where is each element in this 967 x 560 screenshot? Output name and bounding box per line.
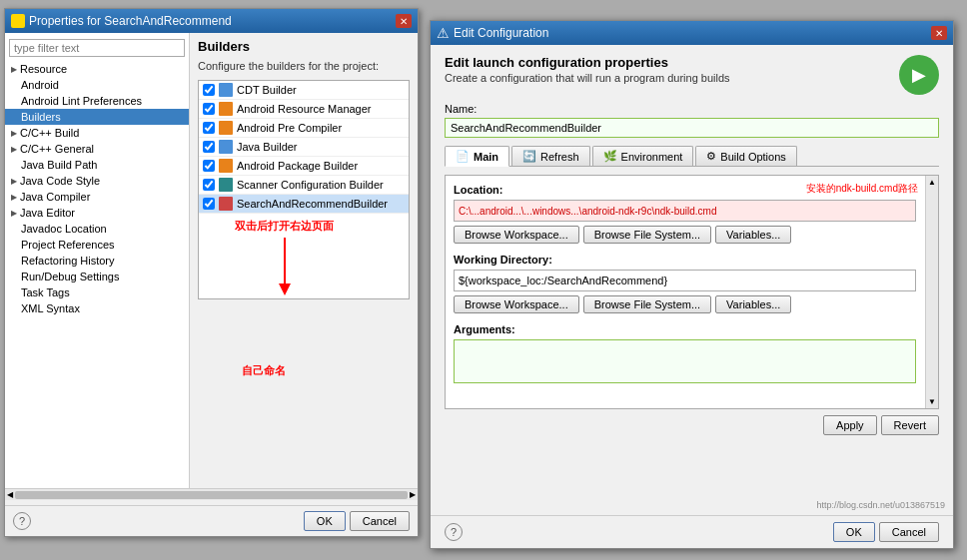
browse-workspace-1-button[interactable]: Browse Workspace... <box>454 226 579 244</box>
warning-icon: ⚠ <box>437 25 450 41</box>
sidebar-item-builders[interactable]: Builders <box>5 109 189 125</box>
ok-button[interactable]: OK <box>304 511 346 531</box>
builder-checkbox[interactable] <box>203 103 215 115</box>
builder-label: Java Builder <box>237 141 298 153</box>
sidebar-item-label: Builders <box>21 111 61 123</box>
builder-android-resource: Android Resource Manager <box>199 100 409 119</box>
builder-label: SearchAndRecommendBuilder <box>237 198 388 210</box>
revert-button[interactable]: Revert <box>881 415 939 435</box>
v-scrollbar[interactable]: ▲ ▼ <box>925 176 938 408</box>
builder-android-pkg: Android Package Builder <box>199 157 409 176</box>
args-label: Arguments: <box>454 323 930 335</box>
properties-titlebar: Properties for SearchAndRecommend ✕ <box>5 9 418 33</box>
tab-main[interactable]: 📄 Main <box>445 146 509 167</box>
cancel-button[interactable]: Cancel <box>350 511 410 531</box>
builder-icon <box>219 159 233 173</box>
builder-checkbox[interactable] <box>203 160 215 172</box>
tab-environment[interactable]: 🌿 Environment <box>592 146 694 166</box>
builder-icon <box>219 197 233 211</box>
scroll-up-icon[interactable]: ▲ <box>926 176 938 187</box>
builder-cdt: CDT Builder <box>199 81 409 100</box>
builder-checkbox[interactable] <box>203 179 215 191</box>
sidebar-item-label: Java Compiler <box>20 191 90 203</box>
help-button[interactable]: ? <box>13 512 31 530</box>
bottom-bar: ? OK Cancel <box>5 505 418 536</box>
arrow-icon: ▶ <box>11 193 17 202</box>
edit-ok-button[interactable]: OK <box>833 522 875 542</box>
scroll-right-icon[interactable]: ▶ <box>410 490 416 499</box>
sidebar-item-android-lint[interactable]: Android Lint Preferences <box>5 93 189 109</box>
sidebar-item-android[interactable]: Android <box>5 77 189 93</box>
sidebar-item-label: Project References <box>21 239 115 251</box>
browse-filesystem-2-button[interactable]: Browse File System... <box>583 295 711 313</box>
builder-checkbox[interactable] <box>203 122 215 134</box>
tab-env-icon: 🌿 <box>603 150 617 163</box>
sidebar-item-project-refs[interactable]: Project References <box>5 237 189 253</box>
arrow-icon: ▶ <box>11 129 17 138</box>
workdir-input[interactable] <box>454 270 916 291</box>
properties-dialog: Properties for SearchAndRecommend ✕ ▶ Re… <box>4 8 419 537</box>
tab-environment-label: Environment <box>621 151 683 163</box>
builder-java: Java Builder <box>199 138 409 157</box>
edit-dialog: ⚠ Edit Configuration ✕ Edit launch confi… <box>430 20 954 549</box>
builder-label: Android Pre Compiler <box>237 122 342 134</box>
scrollbar-thumb[interactable] <box>15 491 408 499</box>
name-input[interactable] <box>445 118 939 138</box>
variables-1-button[interactable]: Variables... <box>715 226 791 244</box>
sidebar-item-label: Javadoc Location <box>21 223 107 235</box>
edit-body: Edit launch configuration properties Cre… <box>431 45 953 441</box>
properties-icon <box>11 14 25 28</box>
properties-title: Properties for SearchAndRecommend <box>29 14 232 28</box>
scroll-left-icon[interactable]: ◀ <box>7 490 13 499</box>
sidebar-item-refactoring[interactable]: Refactoring History <box>5 253 189 269</box>
tab-main-icon: 📄 <box>456 150 470 163</box>
builder-icon <box>219 178 233 192</box>
builders-panel: Builders Configure the builders for the … <box>190 33 418 500</box>
builder-android-pre: Android Pre Compiler <box>199 119 409 138</box>
edit-cancel-button[interactable]: Cancel <box>879 522 939 542</box>
tab-main-label: Main <box>474 151 498 163</box>
builder-checkbox[interactable] <box>203 141 215 153</box>
tab-build-options[interactable]: ⚙ Build Options <box>695 146 796 166</box>
sidebar-item-xml-syntax[interactable]: XML Syntax <box>5 300 189 316</box>
apply-button[interactable]: Apply <box>823 415 877 435</box>
builder-cdt-checkbox[interactable] <box>203 84 215 96</box>
sidebar-item-label: Java Code Style <box>20 175 100 187</box>
filter-input[interactable] <box>9 39 185 57</box>
arrow-icon: ▶ <box>11 65 17 74</box>
browse-filesystem-1-button[interactable]: Browse File System... <box>583 226 711 244</box>
browse-workspace-2-button[interactable]: Browse Workspace... <box>454 295 579 313</box>
sidebar-item-java-build-path[interactable]: Java Build Path <box>5 157 189 173</box>
sidebar-item-run-debug[interactable]: Run/Debug Settings <box>5 269 189 284</box>
sidebar-item-java-editor[interactable]: ▶ Java Editor <box>5 205 189 221</box>
sidebar-item-java-compiler[interactable]: ▶ Java Compiler <box>5 189 189 205</box>
builder-icon <box>219 140 233 154</box>
sidebar-item-java-code-style[interactable]: ▶ Java Code Style <box>5 173 189 189</box>
action-row: Apply Revert <box>445 415 939 435</box>
close-button[interactable]: ✕ <box>396 14 412 28</box>
scroll-down-icon[interactable]: ▼ <box>926 397 938 408</box>
tab-refresh[interactable]: 🔄 Refresh <box>511 146 590 166</box>
edit-help-button[interactable]: ? <box>445 523 463 541</box>
builder-checkbox[interactable] <box>203 198 215 210</box>
variables-2-button[interactable]: Variables... <box>715 295 791 313</box>
sidebar-item-javadoc[interactable]: Javadoc Location <box>5 221 189 237</box>
sidebar-item-resource[interactable]: ▶ Resource <box>5 61 189 77</box>
sidebar-item-cpp-general[interactable]: ▶ C/C++ General <box>5 141 189 157</box>
edit-close-button[interactable]: ✕ <box>931 26 947 40</box>
builder-label: Android Package Builder <box>237 160 358 172</box>
panel-title: Builders <box>198 39 410 54</box>
args-textarea[interactable] <box>454 339 916 383</box>
sidebar-item-label: Java Build Path <box>21 159 97 171</box>
edit-dialog-bottom: ? OK Cancel <box>431 515 953 548</box>
tab-content: 安装的ndk-build.cmd路径 Location: C:\...andro… <box>445 175 939 409</box>
sidebar-item-label: Task Tags <box>21 286 70 298</box>
sidebar-item-task-tags[interactable]: Task Tags <box>5 284 189 300</box>
watermark: http://blog.csdn.net/u013867519 <box>816 500 945 510</box>
h-scrollbar[interactable]: ◀ ▶ <box>5 488 418 500</box>
sidebar-item-cpp-build[interactable]: ▶ C/C++ Build <box>5 125 189 141</box>
tab-bar: 📄 Main 🔄 Refresh 🌿 Environment ⚙ Build O… <box>445 146 939 167</box>
sidebar-item-label: Android <box>21 79 59 91</box>
tab-build-options-label: Build Options <box>720 151 785 163</box>
sidebar-item-label: C/C++ Build <box>20 127 79 139</box>
